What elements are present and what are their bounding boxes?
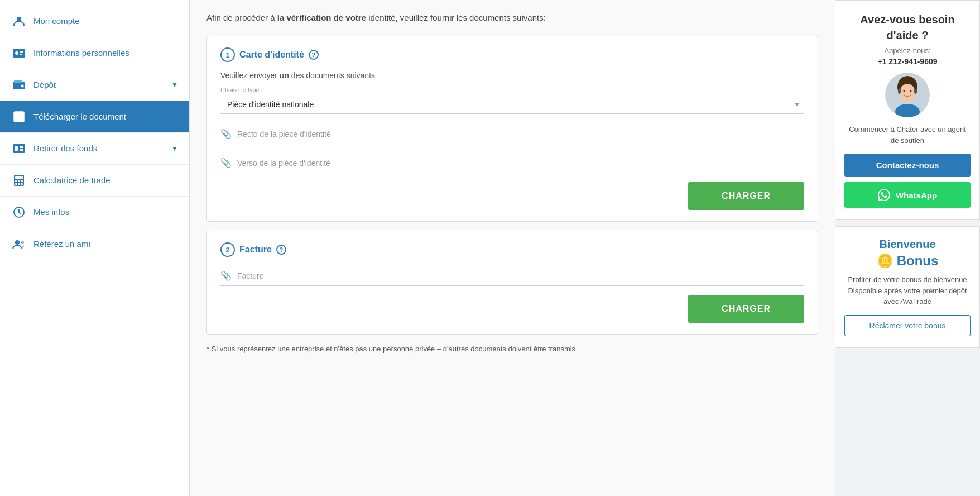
recto-placeholder: Recto de la pièce d'identité: [237, 130, 331, 139]
user-icon: [11, 13, 27, 29]
svg-rect-6: [14, 80, 22, 83]
sidebar-item-referer[interactable]: Référez un ami: [0, 228, 189, 260]
bonus-card: Bienvenue 🪙 Bonus Profiter de votre bonu…: [835, 226, 980, 348]
sidebar-item-referer-label: Référez un ami: [33, 239, 90, 250]
intro-text: Afin de procéder à la vérification de vo…: [206, 11, 818, 25]
sidebar-item-telecharger-document[interactable]: Télécharger le document: [0, 101, 189, 133]
sidebar-item-retirer-label: Retirer des fonds: [33, 143, 97, 154]
bonus-subtitle-text: Bonus: [897, 253, 939, 269]
agent-avatar: [885, 73, 930, 117]
sidebar-item-mon-compte-label: Mon compte: [33, 16, 80, 27]
bonus-text-1: Profiter de votre bonus de bienvenue Dis…: [844, 274, 971, 307]
sidebar-item-telecharger-label: Télécharger le document: [33, 111, 126, 122]
clip-icon-facture: 📎: [220, 270, 232, 281]
help-phone-number: +1 212-941-9609: [844, 57, 971, 66]
chevron-down-icon-2: ▼: [171, 145, 178, 152]
contactez-nous-button[interactable]: Contactez-nous: [844, 154, 971, 177]
facture-section: 2 Facture ? 📎 Facture CHARGER: [206, 231, 818, 335]
svg-rect-11: [15, 146, 18, 151]
sidebar-item-informations-personnelles[interactable]: Informations personnelles: [0, 37, 189, 69]
bonus-card-subtitle: 🪙 Bonus: [844, 253, 971, 269]
help-card-title: Avez-vous besoin d'aide ?: [844, 12, 971, 43]
charger-button-2[interactable]: CHARGER: [688, 295, 804, 323]
svg-rect-21: [21, 183, 23, 185]
sidebar-item-depot-label: Dépôt: [33, 79, 56, 90]
svg-rect-17: [18, 180, 20, 182]
calculator-icon: [11, 173, 27, 188]
select-type-label: Choisir le type: [220, 87, 804, 93]
whatsapp-button[interactable]: WhatsApp: [844, 182, 971, 208]
note-text: * Si vous représentez une entreprise et …: [206, 344, 818, 355]
bonus-coins-icon: 🪙: [877, 253, 893, 269]
agent-avatar-svg: [885, 73, 930, 117]
reclamer-bonus-button[interactable]: Réclamer votre bonus: [844, 315, 971, 336]
section-1-sublabel: Veuillez envoyer un des documents suivan…: [220, 71, 804, 80]
facture-field[interactable]: 📎 Facture: [220, 266, 804, 286]
svg-point-23: [15, 240, 20, 245]
id-card-icon: [11, 45, 27, 61]
section-1-number: 1: [220, 47, 235, 62]
users-icon: [11, 236, 27, 252]
recto-field[interactable]: 📎 Recto de la pièce d'identité: [220, 124, 804, 144]
section-2-header: 2 Facture ?: [220, 242, 804, 257]
svg-rect-12: [20, 146, 23, 148]
sidebar: Mon compte Informations personnelles: [0, 0, 190, 496]
whatsapp-label: WhatsApp: [896, 190, 937, 200]
wallet-icon: [11, 77, 27, 93]
doc-type-select[interactable]: Pièce d'identité nationale Passeport Per…: [220, 96, 804, 114]
help-chat-text: Commencer à Chater avec un agent de sout…: [844, 124, 971, 146]
section-2-title: Facture: [239, 245, 272, 255]
svg-rect-3: [20, 51, 23, 53]
svg-rect-15: [15, 176, 23, 179]
whatsapp-icon: [878, 189, 890, 201]
sidebar-item-informations-label: Informations personnelles: [33, 47, 129, 59]
section-1-header: 1 Carte d'identité ?: [220, 47, 804, 62]
sidebar-item-calculatrice[interactable]: Calculatrice de trade: [0, 165, 189, 197]
atm-icon: [11, 141, 27, 156]
sidebar-item-mes-infos[interactable]: Mes infos: [0, 197, 189, 228]
clock-icon: [11, 204, 27, 220]
verso-placeholder: Verso de la pièce d'identité: [237, 159, 330, 168]
section-2-help-icon[interactable]: ?: [276, 245, 286, 255]
verso-field[interactable]: 📎 Verso de la pièce d'identité: [220, 153, 804, 173]
facture-placeholder: Facture: [237, 271, 263, 280]
svg-rect-20: [18, 183, 20, 185]
svg-rect-4: [20, 54, 22, 55]
sidebar-item-calculatrice-label: Calculatrice de trade: [33, 175, 111, 186]
help-phone-label: Appelez-nous:: [844, 46, 971, 55]
svg-point-24: [21, 241, 24, 244]
charger-button-1[interactable]: CHARGER: [688, 182, 804, 210]
sidebar-item-mon-compte[interactable]: Mon compte: [0, 6, 189, 37]
svg-point-29: [910, 90, 912, 92]
svg-rect-1: [13, 49, 25, 58]
sidebar-item-retirer-fonds[interactable]: Retirer des fonds ▼: [0, 133, 189, 165]
svg-rect-30: [898, 89, 901, 93]
section-2-number: 2: [220, 242, 235, 257]
carte-identite-section: 1 Carte d'identité ? Veuillez envoyer un…: [206, 36, 818, 222]
svg-point-2: [15, 51, 18, 55]
svg-rect-19: [15, 183, 17, 185]
clip-icon-verso: 📎: [220, 158, 232, 168]
chevron-down-icon: ▼: [171, 81, 178, 89]
svg-point-0: [17, 17, 21, 21]
section-1-title: Carte d'identité: [239, 50, 304, 60]
svg-rect-18: [21, 180, 23, 182]
help-card: Avez-vous besoin d'aide ? Appelez-nous: …: [835, 0, 980, 220]
sidebar-item-mes-infos-label: Mes infos: [33, 207, 69, 218]
clip-icon-recto: 📎: [220, 128, 232, 139]
svg-point-28: [904, 90, 905, 92]
svg-rect-16: [15, 180, 17, 182]
right-panel: Avez-vous besoin d'aide ? Appelez-nous: …: [835, 0, 980, 496]
svg-point-27: [900, 84, 915, 102]
sidebar-item-depot[interactable]: Dépôt ▼: [0, 69, 189, 101]
bonus-card-title: Bienvenue: [844, 238, 971, 251]
svg-point-7: [21, 85, 24, 88]
section-1-help-icon[interactable]: ?: [309, 50, 319, 60]
svg-rect-31: [914, 89, 917, 93]
select-type-wrapper: Choisir le type Pièce d'identité nationa…: [220, 87, 804, 124]
upload-icon: [11, 109, 27, 125]
main-content: Afin de procéder à la vérification de vo…: [190, 0, 835, 496]
svg-rect-13: [20, 149, 23, 151]
